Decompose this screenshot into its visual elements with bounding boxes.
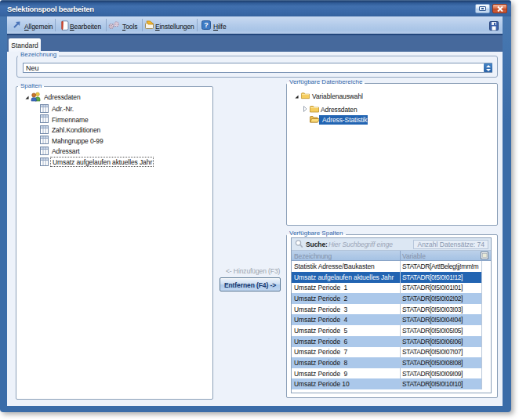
svg-text:?: ? (204, 21, 209, 29)
